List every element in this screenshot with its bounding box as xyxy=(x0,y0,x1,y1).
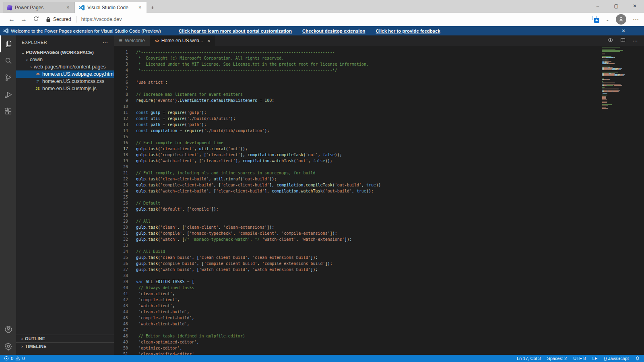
sidebar-bottom-panels: › OUTLINE › TIMELINE xyxy=(16,335,114,350)
outline-panel-header[interactable]: › OUTLINE xyxy=(16,335,114,342)
line-number: 14 xyxy=(114,128,128,134)
tree-folder-item[interactable]: ›cowin xyxy=(16,56,114,63)
code-text: const path = require('path'); xyxy=(128,122,206,128)
code-text: const util = require('./build/lib/util')… xyxy=(128,116,235,122)
line-number: 34 xyxy=(114,248,128,254)
warning-count: 0 xyxy=(22,356,25,361)
editor-tab-home-webpage[interactable]: <> Home.en.US.web... ✕ xyxy=(150,35,216,46)
code-line: 23gulp.task('compile-client-build', ['cl… xyxy=(114,182,644,188)
notifications-bell-icon[interactable] xyxy=(635,356,640,361)
split-editor-icon[interactable] xyxy=(620,37,626,45)
code-line: 11const gulp = require('gulp'); xyxy=(114,110,644,116)
preview-eye-icon[interactable] xyxy=(607,37,613,45)
forward-icon[interactable]: → xyxy=(18,16,30,23)
tree-file-item[interactable]: #home.en.US.customcss.css xyxy=(16,78,114,85)
indentation-setting[interactable]: Spaces: 2 xyxy=(547,356,567,361)
code-line: 50 'optimize-editor', xyxy=(114,345,644,351)
browser-navbar: ← → Secured https://vscode.dev + ⌄ ⋯ xyxy=(0,13,644,26)
power-pages-banner: Welcome to the Power Pages extension for… xyxy=(0,26,644,35)
new-tab-button[interactable]: + xyxy=(147,2,159,13)
search-icon[interactable] xyxy=(0,52,16,69)
tree-folder-item[interactable]: ›web-pages/home/content-pages xyxy=(16,63,114,70)
tree-file-item[interactable]: JShome.en.US.customjs.js xyxy=(16,85,114,92)
language-mode[interactable]: {} JavaScript xyxy=(604,356,629,361)
chevron-right-icon: › xyxy=(28,64,34,69)
chevron-down-icon: ⌄ xyxy=(20,50,26,55)
run-debug-icon[interactable] xyxy=(0,86,16,103)
banner-link-desktop-extension[interactable]: Checkout desktop extension xyxy=(302,29,365,33)
minimap[interactable] xyxy=(601,48,640,109)
code-line: 27gulp.task('default', ['compile']); xyxy=(114,206,644,212)
code-line: 51 'clean-minified-editor', xyxy=(114,351,644,355)
encoding-setting[interactable]: UTF-8 xyxy=(573,356,586,361)
navbar-right-actions: + ⌄ ⋯ xyxy=(592,14,639,25)
vscode-workbench: EXPLORER ⋯ ⌄POWERPAGES (WORKSPACE)›cowin… xyxy=(0,35,644,355)
tree-folder-item[interactable]: ⌄POWERPAGES (WORKSPACE) xyxy=(16,49,114,56)
profile-avatar[interactable] xyxy=(616,14,626,25)
code-line: 22gulp.task('clean-client-build', util.r… xyxy=(114,176,644,182)
code-text: gulp.task('watch-build', ['watch-client-… xyxy=(128,267,318,273)
eol-setting[interactable]: LF xyxy=(592,356,597,361)
collections-icon[interactable]: + xyxy=(592,16,599,23)
line-number: 3 xyxy=(114,61,128,67)
banner-link-feedback[interactable]: Click her to provide feedback xyxy=(376,29,440,33)
sidebar-more-actions-icon[interactable]: ⋯ xyxy=(103,39,108,46)
code-line: 15 xyxy=(114,134,644,140)
line-number: 18 xyxy=(114,152,128,158)
code-line: 49 'clean-optimized-editor', xyxy=(114,339,644,345)
vscode-favicon-icon xyxy=(79,5,85,10)
vscode-banner-icon xyxy=(3,28,8,33)
extensions-icon[interactable] xyxy=(0,103,16,120)
editor-more-actions-icon[interactable]: ⋯ xyxy=(632,37,638,44)
code-line: 25 xyxy=(114,194,644,200)
code-text: var ALL_EDITOR_TASKS = [ xyxy=(128,279,194,285)
address-bar[interactable]: Secured https://vscode.dev xyxy=(46,16,122,23)
file-tree: ⌄POWERPAGES (WORKSPACE)›cowin›web-pages/… xyxy=(16,49,114,92)
line-number: 37 xyxy=(114,267,128,273)
banner-close-icon[interactable]: ✕ xyxy=(621,28,625,34)
problems-status[interactable]: 0 0 xyxy=(4,356,25,361)
source-control-icon[interactable] xyxy=(0,69,16,86)
address-divider xyxy=(76,16,76,23)
code-text: gulp.task('clean-client-build', util.rim… xyxy=(128,176,277,182)
code-line: 8// Increase max listeners for event emi… xyxy=(114,91,644,97)
browser-menu-icon[interactable]: ⋯ xyxy=(633,16,639,23)
code-line: 44 'clean-client-build', xyxy=(114,309,644,315)
code-text: gulp.task('compile-client-build', ['clea… xyxy=(128,182,381,188)
browser-tab-power-pages[interactable]: Power Pages ✕ xyxy=(3,2,75,13)
line-number: 29 xyxy=(114,218,128,224)
tree-file-item[interactable]: <>home.en.US.webpage.copy.html xyxy=(16,70,114,78)
activity-bar xyxy=(0,35,16,355)
line-number: 25 xyxy=(114,194,128,200)
account-icon[interactable] xyxy=(0,321,16,338)
code-text: // Default xyxy=(128,200,160,206)
tab-close-icon[interactable]: ✕ xyxy=(207,39,211,43)
code-text: 'compile-client', xyxy=(128,297,180,303)
url-text[interactable]: https://vscode.dev xyxy=(81,17,122,22)
code-line: 9require('events').EventEmitter.defaultM… xyxy=(114,97,644,103)
tab-close-icon[interactable]: ✕ xyxy=(137,4,143,10)
tab-close-icon[interactable]: ✕ xyxy=(65,4,71,10)
code-line: 43 'watch-client', xyxy=(114,303,644,309)
code-line: 4 *-------------------------------------… xyxy=(114,67,644,73)
line-number: 17 xyxy=(114,146,128,152)
minimize-button[interactable]: – xyxy=(588,0,607,12)
close-button[interactable]: ✕ xyxy=(625,0,644,12)
back-icon[interactable]: ← xyxy=(6,16,18,23)
browser-tab-vscode[interactable]: Visual Studio Code ✕ xyxy=(75,2,147,13)
cursor-position[interactable]: Ln 17, Col 3 xyxy=(517,356,541,361)
refresh-icon[interactable] xyxy=(30,16,42,23)
code-editor[interactable]: 1/*-------------------------------------… xyxy=(114,46,644,355)
settings-gear-icon[interactable] xyxy=(0,338,16,355)
timeline-panel-header[interactable]: › TIMELINE xyxy=(16,342,114,350)
code-text: gulp.task('default', ['compile']); xyxy=(128,206,219,212)
line-number: 10 xyxy=(114,103,128,110)
explorer-icon[interactable] xyxy=(0,35,16,52)
banner-link-portal-customization[interactable]: Click hear to learn more about portal cu… xyxy=(179,29,292,33)
chevron-down-icon[interactable]: ⌄ xyxy=(606,17,609,22)
maximize-button[interactable]: ▢ xyxy=(607,0,625,12)
line-number: 44 xyxy=(114,309,128,315)
welcome-tab-icon: ≣ xyxy=(119,38,122,43)
editor-tab-welcome[interactable]: ≣ Welcome xyxy=(114,35,150,46)
line-number: 5 xyxy=(114,73,128,79)
